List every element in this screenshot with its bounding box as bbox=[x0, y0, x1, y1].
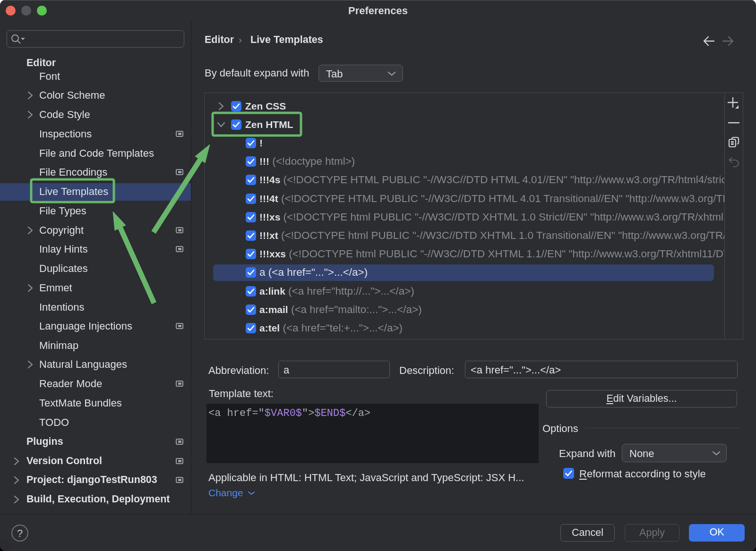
svg-text:?: ? bbox=[17, 527, 23, 539]
